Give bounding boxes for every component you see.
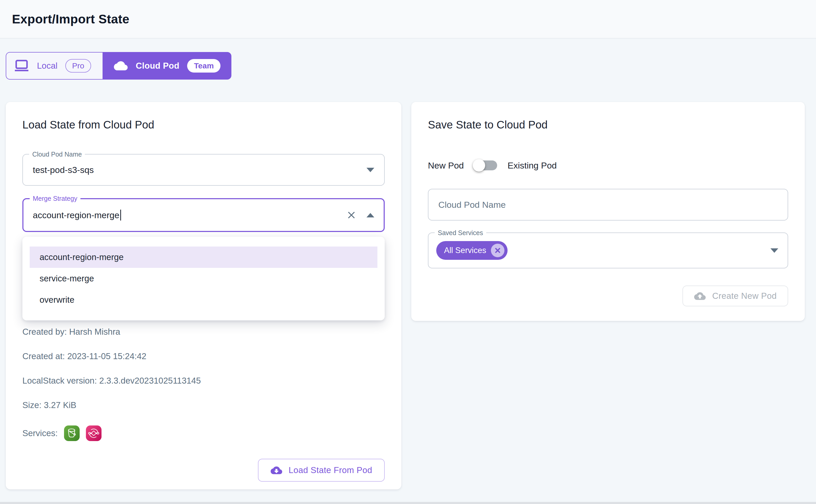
services-label: Services: <box>22 428 58 438</box>
cloud-pod-name-select-label: Cloud Pod Name <box>29 150 85 158</box>
dropdown-option-overwrite[interactable]: overwrite <box>30 289 377 311</box>
switch-thumb <box>473 159 485 172</box>
save-pod-name-input[interactable] <box>438 200 778 210</box>
chip-delete-icon[interactable] <box>491 244 504 257</box>
sqs-service-icon <box>86 425 101 441</box>
pod-metadata: Created by: Harsh Mishra Created at: 202… <box>22 326 385 411</box>
save-card-title: Save State to Cloud Pod <box>428 119 788 131</box>
laptop-icon <box>14 59 29 73</box>
tab-cloud-pod[interactable]: Cloud Pod Team <box>102 52 232 80</box>
chevron-down-icon[interactable] <box>770 248 778 253</box>
tab-local-label: Local <box>37 61 57 71</box>
text-cursor <box>120 210 121 221</box>
chevron-down-icon[interactable] <box>367 168 374 172</box>
cloud-pod-name-select[interactable]: Cloud Pod Name test-pod-s3-sqs <box>22 154 385 186</box>
saved-services-label: Saved Services <box>435 229 486 237</box>
cloud-icon <box>113 60 128 72</box>
create-button-label: Create New Pod <box>712 291 777 301</box>
page-header: Export/Import State <box>0 0 816 38</box>
load-button-label: Load State From Pod <box>289 465 372 475</box>
page-title: Export/Import State <box>12 12 129 26</box>
all-services-chip-label: All Services <box>444 246 486 255</box>
s3-service-icon <box>64 425 80 441</box>
pod-mode-toggle-row: New Pod Existing Pod <box>428 158 788 173</box>
new-pod-label: New Pod <box>428 160 464 171</box>
pro-badge: Pro <box>65 59 91 73</box>
merge-strategy-input[interactable]: Merge Strategy account-region-merge <box>22 198 385 232</box>
pod-size: Size: 3.27 KiB <box>22 399 385 411</box>
all-services-chip[interactable]: All Services <box>436 241 507 260</box>
existing-pod-label: Existing Pod <box>507 160 557 171</box>
created-at: Created at: 2023-11-05 15:24:42 <box>22 351 385 362</box>
merge-strategy-value: account-region-merge <box>33 210 119 220</box>
cloud-download-icon <box>271 466 283 475</box>
chevron-up-icon[interactable] <box>367 213 374 217</box>
create-new-pod-button[interactable]: Create New Pod <box>683 286 788 306</box>
services-row: Services: <box>22 425 385 441</box>
cloud-pod-name-select-value: test-pod-s3-sqs <box>33 165 94 175</box>
created-by: Created by: Harsh Mishra <box>22 326 385 338</box>
load-card-title: Load State from Cloud Pod <box>22 119 385 131</box>
localstack-version: LocalStack version: 2.3.3.dev20231025113… <box>22 375 385 386</box>
pod-mode-switch[interactable] <box>474 158 498 173</box>
save-state-card: Save State to Cloud Pod New Pod Existing… <box>411 102 805 321</box>
tab-cloud-pod-label: Cloud Pod <box>136 61 179 71</box>
dropdown-option-account-region-merge[interactable]: account-region-merge <box>30 247 377 268</box>
cloud-upload-icon <box>694 291 706 301</box>
merge-strategy-dropdown: account-region-merge service-merge overw… <box>22 237 385 320</box>
saved-services-select[interactable]: Saved Services All Services <box>428 232 788 268</box>
dropdown-option-service-merge[interactable]: service-merge <box>30 268 377 289</box>
mode-toggle-group: Local Pro Cloud Pod Team <box>6 52 232 80</box>
horizontal-scrollbar[interactable] <box>0 502 816 504</box>
clear-icon[interactable] <box>346 209 357 221</box>
tab-local[interactable]: Local Pro <box>6 52 102 80</box>
load-state-card: Load State from Cloud Pod Cloud Pod Name… <box>6 102 401 489</box>
team-badge: Team <box>187 59 221 73</box>
merge-strategy-label: Merge Strategy <box>30 195 80 202</box>
save-pod-name-field <box>428 189 788 221</box>
load-state-from-pod-button[interactable]: Load State From Pod <box>258 459 385 482</box>
